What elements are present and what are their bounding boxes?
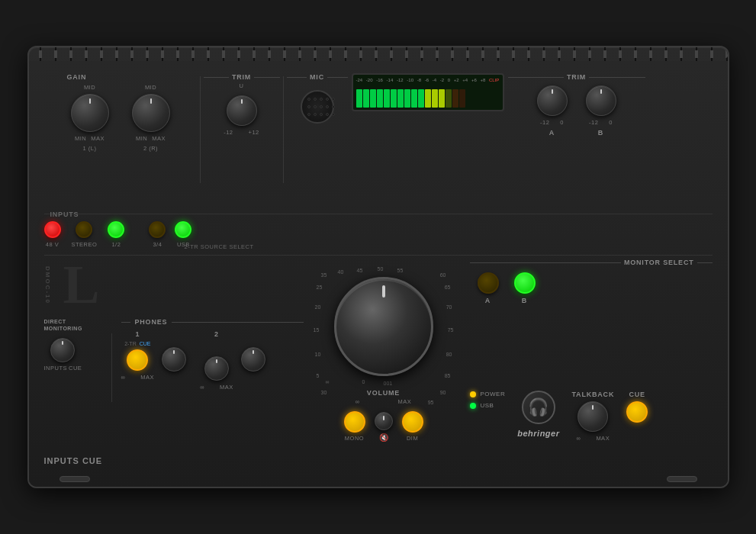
right-panel: MONITOR SELECT A B bbox=[464, 259, 713, 442]
gain-2-bottom-label: 2 (R) bbox=[143, 145, 158, 152]
monitor-b-btn[interactable] bbox=[514, 272, 536, 294]
talkback-max: MAX bbox=[596, 435, 610, 442]
gain-knob-2[interactable] bbox=[132, 94, 170, 132]
trim-a-group: -12 0 A bbox=[537, 85, 568, 137]
phones-ch1-knob[interactable] bbox=[162, 347, 186, 372]
trim-b-max: 0 bbox=[609, 119, 613, 126]
mic-label: MIC bbox=[310, 73, 324, 81]
phones-ch2-knob[interactable] bbox=[241, 347, 265, 372]
trim-a-label: A bbox=[549, 129, 555, 137]
trim-left-knob[interactable] bbox=[227, 95, 257, 126]
mono-dim-row: MONO 🔇 DIM bbox=[344, 411, 423, 442]
btn-48v-group: 48 V bbox=[44, 221, 61, 248]
trim-b-knob[interactable] bbox=[586, 85, 616, 116]
trim-a-knob[interactable] bbox=[537, 85, 568, 116]
phones-ch1-sub1: 2-TR bbox=[124, 341, 137, 346]
trim-left-section: TRIM U -12 +12 bbox=[204, 70, 280, 136]
phones-ch2-min: ∞ bbox=[200, 384, 204, 391]
btn-stereo-label: STEREO bbox=[72, 241, 98, 248]
power-led bbox=[470, 391, 476, 397]
volume-max: MAX bbox=[398, 398, 412, 405]
bottom-right-row: POWER USB 🎧 behringer bbox=[464, 372, 713, 442]
big-l-logo: L bbox=[63, 262, 100, 308]
mono-btn[interactable] bbox=[344, 411, 365, 433]
vol-scale-40: 40 bbox=[338, 269, 344, 275]
phones-ch1-btn[interactable] bbox=[127, 349, 148, 371]
monitor-a-group: A bbox=[478, 272, 499, 304]
dim-knob-group: DIM bbox=[402, 411, 423, 442]
monitor-select-buttons: A B bbox=[470, 272, 536, 304]
vol-scale-inf: ∞ bbox=[326, 379, 330, 384]
btn-34[interactable] bbox=[149, 221, 166, 238]
gain-1-min: MIN bbox=[75, 135, 86, 142]
gain-section: GAIN MID MIN MAX 1 (L) MID bbox=[44, 70, 197, 152]
cue-section: CUE bbox=[626, 391, 648, 423]
vol-scale-5: 5 bbox=[317, 373, 320, 378]
headphone-symbol: 🎧 bbox=[528, 397, 549, 417]
left-panel: DMOC-10 L DIRECTMONITORING INPUTS bbox=[44, 259, 304, 442]
top-row: GAIN MID MIN MAX 1 (L) MID bbox=[44, 70, 713, 207]
small-center-knob[interactable] bbox=[375, 412, 393, 430]
talkback-knob[interactable] bbox=[577, 401, 608, 432]
vol-scale-15: 15 bbox=[314, 327, 320, 333]
usb-led-row: USB bbox=[470, 402, 506, 409]
inputs-label: INPUTS bbox=[50, 211, 79, 218]
volume-knob[interactable] bbox=[334, 277, 433, 376]
logo-section: 🎧 behringer bbox=[517, 391, 559, 438]
dm-knob-group: INPUTS CUE bbox=[44, 338, 82, 372]
mono-label: MONO bbox=[345, 435, 364, 442]
phones-ch1-knob-group bbox=[162, 347, 186, 372]
inputs-section: 48 V STEREO 1/2 bbox=[44, 221, 125, 248]
trim-a-max: 0 bbox=[560, 119, 564, 126]
phones-label: PHONES bbox=[135, 318, 168, 326]
cue-btn[interactable] bbox=[626, 401, 648, 423]
monitor-a-btn[interactable] bbox=[478, 272, 499, 294]
phones-ch1-max: MAX bbox=[140, 374, 154, 381]
dm-knob[interactable] bbox=[50, 338, 75, 362]
gain-1-top-label: MID bbox=[84, 84, 95, 91]
inputs-cue-label: INPUTS CUE bbox=[44, 456, 103, 465]
vol-scale-75: 75 bbox=[448, 327, 454, 333]
monitor-a-label: A bbox=[485, 297, 491, 304]
direct-monitoring-label: DIRECTMONITORING bbox=[44, 318, 105, 332]
brand-logo: behringer bbox=[517, 429, 559, 438]
trim-left-label: TRIM bbox=[232, 73, 251, 81]
vol-scale-90: 90 bbox=[440, 390, 446, 395]
power-status-section: POWER USB bbox=[470, 391, 506, 409]
dim-btn[interactable] bbox=[402, 411, 423, 433]
btn-48v[interactable] bbox=[44, 221, 61, 238]
vol-scale-45: 45 bbox=[357, 268, 363, 273]
gain-knob-1[interactable] bbox=[71, 94, 109, 132]
btn-usb[interactable] bbox=[175, 221, 191, 238]
trim-left-max: +12 bbox=[249, 129, 259, 136]
btn-34-label: 3/4 bbox=[153, 241, 162, 248]
vol-scale-0: 0 bbox=[362, 379, 365, 384]
trim-right-section: TRIM -12 0 A -12 bbox=[508, 70, 645, 137]
vol-scale-10: 10 bbox=[315, 352, 321, 357]
dm-inputs-label: INPUTS bbox=[44, 365, 68, 372]
phones-ch2-max: MAX bbox=[220, 384, 233, 391]
btn-stereo[interactable] bbox=[76, 221, 92, 238]
btn-12-label: 1/2 bbox=[111, 241, 121, 248]
btn-12[interactable] bbox=[108, 221, 124, 238]
trim-a-min: -12 bbox=[540, 119, 549, 126]
phones-section: PHONES 1 2-TR CUE bbox=[118, 318, 304, 391]
gain-2-top-label: MID bbox=[145, 84, 156, 91]
gain-knob-group-1: MID MIN MAX 1 (L) bbox=[71, 84, 109, 152]
source-select-label: 2-TR SOURCE SELECT bbox=[185, 243, 254, 250]
gain-1-bottom-label: 1 (L) bbox=[83, 145, 97, 152]
middle-bottom-area: DMOC-10 L DIRECTMONITORING INPUTS bbox=[44, 259, 713, 442]
foot-left bbox=[60, 476, 90, 482]
inputs-row: 48 V STEREO 1/2 INPUTS bbox=[44, 214, 713, 256]
device-body: GAIN MID MIN MAX 1 (L) MID bbox=[27, 46, 729, 488]
phones-ch2-group: 2 ∞ MAX bbox=[200, 330, 233, 391]
dm-cue-label: CUE bbox=[69, 365, 82, 372]
btn-12-group: 1/2 bbox=[108, 221, 124, 248]
volume-label: VOLUME bbox=[367, 389, 400, 397]
model-area: DMOC-10 L bbox=[44, 259, 304, 312]
monitor-b-group: B bbox=[514, 272, 536, 304]
device-feet bbox=[60, 476, 697, 482]
mono-knob-group: MONO bbox=[344, 411, 365, 442]
btn-34-group: 3/4 bbox=[149, 221, 166, 248]
phones-ch2-knob1[interactable] bbox=[204, 356, 229, 381]
